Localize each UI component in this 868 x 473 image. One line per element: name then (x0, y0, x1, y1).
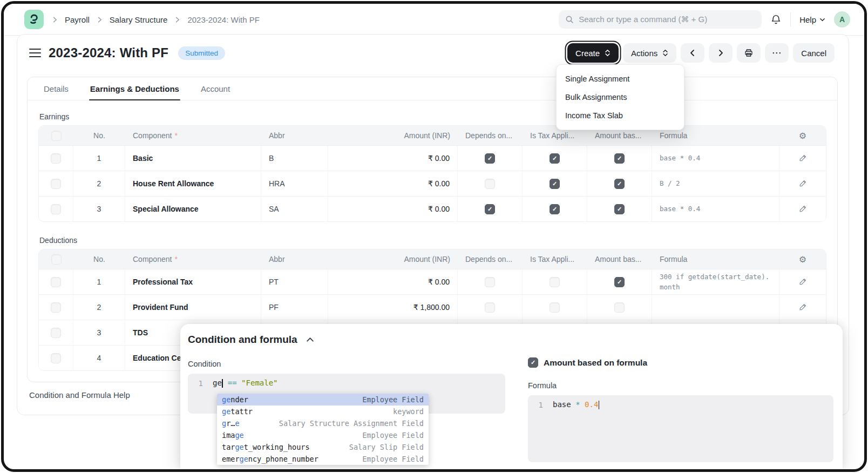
row-select-cell (39, 346, 73, 370)
row-no: 3 (73, 197, 125, 221)
notifications-bell-icon[interactable] (770, 14, 782, 25)
pencil-icon[interactable] (798, 278, 807, 286)
cancel-button[interactable]: Cancel (793, 43, 835, 63)
menu-item-income-tax-slab[interactable]: Income Tax Slab (557, 106, 684, 125)
table-row: 3Special AllowanceSA₹ 0.00✓✓✓base * 0.4 (39, 197, 826, 221)
is-tax-applicable-checkbox[interactable] (550, 302, 560, 313)
autocomplete-suggestion[interactable]: getattrkeyword (217, 406, 429, 417)
row-checkbox[interactable] (51, 204, 61, 214)
row-select-cell (39, 295, 73, 320)
suggestion-text: tar (222, 443, 235, 451)
row-amount-based-checkbox-cell: ✓ (587, 146, 652, 171)
row-checkbox[interactable] (51, 353, 61, 363)
breadcrumb-item[interactable]: Payroll (65, 15, 90, 24)
suggestion-name: image (222, 431, 244, 440)
autocomplete-suggestion[interactable]: imageEmployee Field (217, 429, 429, 441)
amount-value: ₹ 0.00 (428, 179, 450, 188)
suggestion-text: tattr (230, 407, 253, 416)
pencil-icon[interactable] (798, 303, 807, 312)
component-name: Provident Fund (133, 303, 188, 312)
select-all-checkbox[interactable] (51, 131, 62, 141)
depends-on-checkbox[interactable] (485, 302, 495, 313)
row-component: House Rent Allowance (125, 171, 261, 197)
create-button[interactable]: Create (567, 43, 619, 63)
component-name: Professional Tax (133, 278, 193, 286)
suggestion-name: gr…e (222, 419, 240, 428)
next-button[interactable] (709, 43, 733, 63)
amount-based-on-formula-checkbox[interactable]: ✓ (528, 357, 538, 368)
more-menu-button[interactable]: ⋯ (765, 43, 789, 63)
pencil-icon[interactable] (798, 154, 807, 163)
gear-icon[interactable]: ⚙ (799, 131, 806, 141)
breadcrumb-item[interactable]: Salary Structure (110, 15, 168, 24)
amount-based-checkbox[interactable] (614, 302, 625, 313)
depends-on-checkbox[interactable] (485, 277, 495, 287)
earnings-table: No.Component*AbbrAmount (INR)Depends on.… (38, 125, 826, 222)
amount-value: ₹ 0.00 (428, 278, 450, 286)
search-input[interactable]: Search or type a command (⌘ + G) (559, 10, 762, 29)
suggestion-text: ncy_phone_number (248, 455, 318, 463)
depends-on-checkbox[interactable] (485, 179, 495, 189)
header-abbr: Abbr (261, 126, 328, 146)
code-token (580, 400, 585, 409)
breadcrumb-chevron-icon (174, 16, 181, 23)
autocomplete-suggestion[interactable]: target_working_hoursSalary Slip Field (217, 441, 429, 453)
row-select-cell (39, 171, 73, 197)
amount-based-checkbox[interactable]: ✓ (614, 204, 625, 214)
row-formula: B / 2 (652, 171, 779, 197)
deductions-section-label: Deductions (39, 236, 826, 245)
amount-based-checkbox[interactable]: ✓ (614, 179, 625, 189)
is-tax-applicable-checkbox[interactable]: ✓ (550, 153, 560, 164)
app-logo[interactable] (24, 10, 44, 29)
suggestion-name: gender (222, 395, 248, 404)
row-checkbox[interactable] (51, 179, 61, 189)
collapse-panel-chevron-up-icon[interactable] (306, 336, 314, 344)
is-tax-applicable-checkbox[interactable]: ✓ (550, 204, 560, 214)
tab-earnings-deductions[interactable]: Earnings & Deductions (89, 77, 180, 100)
tab-details[interactable]: Details (43, 77, 70, 100)
is-tax-applicable-checkbox[interactable] (550, 277, 560, 287)
component-name: Education Ce (133, 354, 181, 362)
menu-item-bulk-assignments[interactable]: Bulk Assignments (557, 88, 684, 106)
row-no: 4 (73, 346, 125, 370)
prev-button[interactable] (681, 43, 704, 63)
toolbar: Create Actions (567, 43, 835, 63)
gear-icon[interactable]: ⚙ (799, 254, 806, 265)
suggestion-text: ge (235, 431, 243, 440)
page-header: 2023-2024: With PF Submitted Create Acti… (17, 35, 849, 69)
row-checkbox[interactable] (51, 153, 61, 164)
required-asterisk: * (174, 131, 177, 140)
amount-based-checkbox[interactable]: ✓ (614, 153, 625, 164)
navbar: PayrollSalary Structure2023-2024: With P… (4, 4, 864, 36)
print-button[interactable] (737, 43, 761, 63)
depends-on-checkbox[interactable]: ✓ (485, 153, 495, 164)
header-component: Component* (125, 249, 261, 269)
suggestion-text: t_working_hours (244, 443, 310, 451)
autocomplete-suggestion[interactable]: genderEmployee Field (217, 394, 429, 406)
header-formula: Formula (652, 249, 779, 269)
row-checkbox[interactable] (51, 328, 61, 338)
is-tax-applicable-checkbox[interactable]: ✓ (550, 179, 560, 189)
component-name: House Rent Allowance (133, 179, 214, 188)
avatar[interactable]: A (834, 11, 850, 28)
pencil-icon[interactable] (798, 205, 807, 213)
menu-item-single-assignment[interactable]: Single Assignment (557, 70, 684, 88)
tab-account[interactable]: Account (200, 77, 231, 100)
avatar-letter: A (839, 15, 845, 24)
formula-code-editor[interactable]: 1 base * 0.4 (528, 395, 833, 462)
actions-button[interactable]: Actions (623, 43, 676, 63)
search-placeholder: Search or type a command (⌘ + G) (579, 15, 707, 24)
help-menu[interactable]: Help (799, 15, 825, 24)
row-checkbox[interactable] (51, 302, 61, 313)
component-name: TDS (133, 328, 148, 337)
amount-based-checkbox[interactable]: ✓ (614, 277, 625, 287)
depends-on-checkbox[interactable]: ✓ (485, 204, 495, 214)
autocomplete-suggestion[interactable]: gr…eSalary Structure Assignment Field (217, 417, 429, 429)
row-is-tax-applicable-checkbox-cell: ✓ (523, 171, 587, 197)
select-all-checkbox[interactable] (51, 254, 62, 265)
autocomplete-suggestion[interactable]: emergency_phone_numberEmployee Field (217, 453, 429, 465)
pencil-icon[interactable] (798, 179, 807, 188)
row-checkbox[interactable] (51, 277, 61, 287)
sidebar-toggle-icon[interactable] (29, 49, 41, 57)
row-depends-on-checkbox-cell (458, 269, 523, 295)
